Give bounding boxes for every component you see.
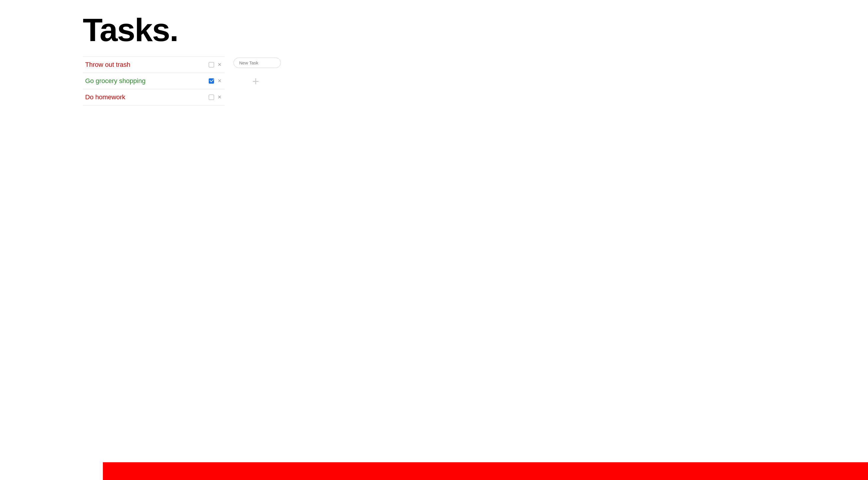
- plus-icon: +: [252, 75, 259, 87]
- task-checkbox[interactable]: [209, 78, 214, 84]
- task-checkbox[interactable]: [209, 95, 214, 100]
- task-actions: ✕: [209, 94, 222, 100]
- table-row[interactable]: Go grocery shopping ✕: [83, 73, 225, 89]
- main-content: Throw out trash ✕ Go grocery shopping ✕ …: [83, 57, 868, 105]
- add-task-button[interactable]: +: [248, 74, 263, 89]
- table-row[interactable]: Throw out trash ✕: [83, 57, 225, 73]
- task-list: Throw out trash ✕ Go grocery shopping ✕ …: [83, 57, 225, 105]
- task-label: Do homework: [85, 93, 209, 101]
- task-label: Throw out trash: [85, 61, 209, 69]
- task-actions: ✕: [209, 78, 222, 84]
- sidebar-controls: +: [234, 57, 281, 89]
- table-row[interactable]: Do homework ✕: [83, 89, 225, 105]
- page-container: Tasks. Throw out trash ✕ Go grocery shop…: [0, 0, 868, 480]
- task-checkbox[interactable]: [209, 62, 214, 67]
- task-delete-button[interactable]: ✕: [216, 62, 222, 68]
- task-label: Go grocery shopping: [85, 77, 209, 85]
- app-title: Tasks.: [83, 12, 868, 47]
- red-bar: [103, 462, 868, 480]
- new-task-input[interactable]: [234, 58, 281, 68]
- task-delete-button[interactable]: ✕: [216, 94, 222, 100]
- task-delete-button[interactable]: ✕: [216, 78, 222, 84]
- task-actions: ✕: [209, 62, 222, 68]
